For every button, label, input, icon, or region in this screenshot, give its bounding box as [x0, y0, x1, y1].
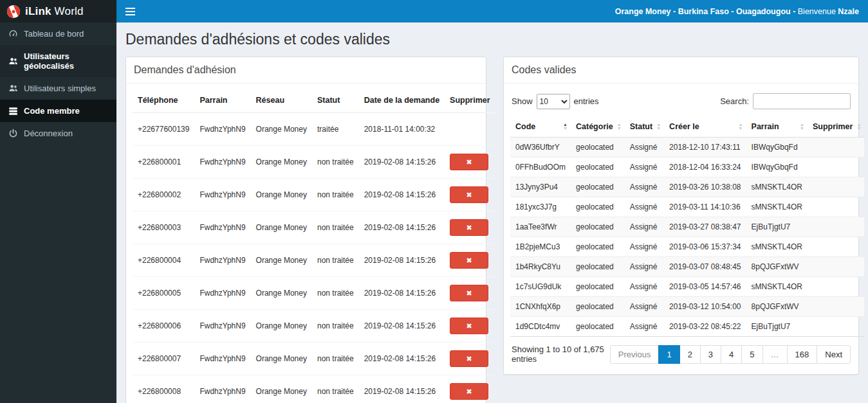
users-icon: [8, 57, 18, 66]
reseau-cell: Orange Money: [251, 146, 312, 179]
delete-button[interactable]: ✖: [450, 350, 488, 367]
sidebar-item-dashboard[interactable]: Tableau de bord: [0, 22, 116, 45]
statut-cell: non traitée: [312, 179, 359, 211]
codes-table: Code ▲▼ Catégorie ▲▼ Statut ▲▼ Créer le …: [510, 116, 864, 337]
sidebar-item-label: Code membre: [24, 106, 80, 116]
page-button[interactable]: 5: [741, 345, 762, 364]
page-button[interactable]: 1: [658, 345, 679, 364]
users-icon: [8, 84, 18, 93]
supprimer-cell: [808, 217, 865, 237]
code-cell: 0dW36UfbrY: [510, 138, 571, 157]
page-button[interactable]: 168: [787, 345, 818, 364]
sidebar-item-users-geolocated[interactable]: Utilisateurs géolocalisés: [0, 45, 116, 77]
parrain-cell: FwdhzYphN9: [194, 211, 250, 244]
page-button[interactable]: Next: [817, 345, 851, 364]
table-row: 1b4RkyC8Yu geolocated Assigné 2019-03-07…: [510, 257, 864, 277]
brand-logo[interactable]: iLink World: [0, 0, 116, 22]
column-header-sortable[interactable]: Catégorie ▲▼: [571, 116, 625, 138]
column-header: Réseau: [251, 89, 312, 112]
table-row: 0FFhBudOOm geolocated Assigné 2018-12-04…: [510, 157, 864, 177]
brand-name: iLink World: [25, 5, 84, 18]
requests-panel: Demandes d'adhésion TéléphoneParrainRése…: [125, 57, 486, 403]
search-input[interactable]: [753, 93, 851, 109]
page-length-select[interactable]: 10: [537, 94, 570, 109]
cree-le-cell: 2019-03-11 14:10:36: [664, 197, 746, 217]
statut-cell: Assigné: [625, 317, 664, 337]
column-header-sortable[interactable]: Statut ▲▼: [625, 116, 664, 138]
parrain-cell: sMNSKTL4OR: [746, 277, 808, 297]
page-button[interactable]: 4: [721, 345, 742, 364]
delete-button[interactable]: ✖: [450, 285, 488, 301]
statut-cell: non traitée: [312, 375, 359, 403]
telephone-cell: +226800004: [133, 244, 194, 277]
table-row: +226800008 FwdhzYphN9 Orange Money non t…: [133, 375, 495, 403]
parrain-cell: FwdhzYphN9: [194, 146, 250, 179]
sidebar-item-member-code[interactable]: Code membre: [0, 100, 116, 122]
delete-button[interactable]: ✖: [450, 186, 488, 203]
statut-cell: non traitée: [312, 244, 359, 277]
date-cell: 2019-02-08 14:15:26: [359, 146, 445, 179]
delete-x-icon: ✖: [466, 388, 472, 395]
date-cell: 2018-11-01 14:00:32: [359, 112, 445, 146]
parrain-cell: FwdhzYphN9: [194, 375, 250, 403]
delete-button[interactable]: ✖: [450, 219, 488, 236]
sidebar-item-logout[interactable]: Déconnexion: [0, 122, 116, 145]
page-button[interactable]: …: [762, 345, 788, 364]
date-cell: 2019-02-08 14:15:26: [359, 375, 445, 403]
statut-cell: Assigné: [625, 177, 664, 197]
navbar: Orange Money - Burkina Faso - Ouagadougo…: [116, 0, 868, 22]
table-row: 1CNXhfqX6p geolocated Assigné 2019-03-12…: [510, 297, 864, 317]
user-banner-name: Nzale: [838, 7, 859, 16]
column-header-sortable[interactable]: Supprimer ▲▼: [808, 116, 865, 138]
delete-x-icon: ✖: [466, 224, 472, 231]
table-info: Showing 1 to 10 of 1,675 entries: [512, 345, 610, 364]
parrain-cell: FwdhzYphN9: [194, 112, 250, 146]
requests-table-header-row: TéléphoneParrainRéseauStatutDate de la d…: [133, 89, 495, 112]
reseau-cell: Orange Money: [251, 211, 312, 244]
sort-icon: ▲▼: [563, 123, 568, 130]
page-button[interactable]: 2: [679, 345, 701, 364]
supprimer-cell: [808, 317, 865, 337]
reseau-cell: Orange Money: [251, 112, 312, 146]
supprimer-cell: ✖: [445, 112, 495, 146]
sidebar-item-label: Déconnexion: [24, 129, 73, 138]
cree-le-cell: 2019-03-27 08:38:47: [664, 217, 746, 237]
table-row: +226800007 FwdhzYphN9 Orange Money non t…: [133, 343, 495, 375]
parrain-cell: FwdhzYphN9: [194, 179, 250, 211]
parrain-cell: EjBuTjgtU7: [746, 317, 808, 337]
page-button[interactable]: Previous: [610, 345, 660, 364]
statut-cell: Assigné: [625, 197, 664, 217]
search-control: Search:: [720, 93, 851, 109]
dashboard-icon: [8, 29, 18, 39]
power-icon: [8, 129, 18, 138]
telephone-cell: +226800001: [133, 146, 194, 179]
telephone-cell: +226800005: [133, 277, 194, 310]
delete-x-icon: ✖: [466, 289, 472, 297]
telephone-cell: +226800006: [133, 310, 194, 343]
page-button[interactable]: 3: [700, 345, 721, 364]
cree-le-cell: 2019-03-06 15:37:34: [664, 237, 746, 257]
delete-button[interactable]: ✖: [450, 154, 488, 170]
delete-button[interactable]: ✖: [450, 252, 488, 269]
column-header-sortable[interactable]: Parrain ▲▼: [746, 116, 808, 138]
delete-button[interactable]: ✖: [450, 318, 488, 334]
sidebar-item-users-simple[interactable]: Utilisateurs simples: [0, 77, 116, 100]
column-header-sortable[interactable]: Code ▲▼: [510, 116, 571, 138]
code-cell: 1b4RkyC8Yu: [510, 257, 571, 277]
sort-icon: ▲▼: [656, 123, 661, 130]
table-row: +226800006 FwdhzYphN9 Orange Money non t…: [133, 310, 495, 343]
reseau-cell: Orange Money: [251, 244, 312, 277]
delete-button[interactable]: ✖: [450, 383, 488, 400]
sort-icon: ▲▼: [617, 123, 622, 130]
supprimer-cell: [808, 277, 865, 297]
supprimer-cell: [808, 157, 865, 177]
sidebar-toggle-button[interactable]: [116, 0, 143, 22]
column-header-sortable[interactable]: Créer le ▲▼: [664, 116, 746, 138]
main-content: Demandes d'adhésions et codes valides De…: [116, 22, 868, 403]
reseau-cell: Orange Money: [251, 375, 312, 403]
reseau-cell: Orange Money: [251, 343, 312, 375]
hamburger-icon: [125, 8, 135, 9]
sidebar-item-label: Tableau de bord: [24, 29, 84, 39]
table-row: +226800005 FwdhzYphN9 Orange Money non t…: [133, 277, 495, 310]
statut-cell: non traitée: [312, 343, 359, 375]
